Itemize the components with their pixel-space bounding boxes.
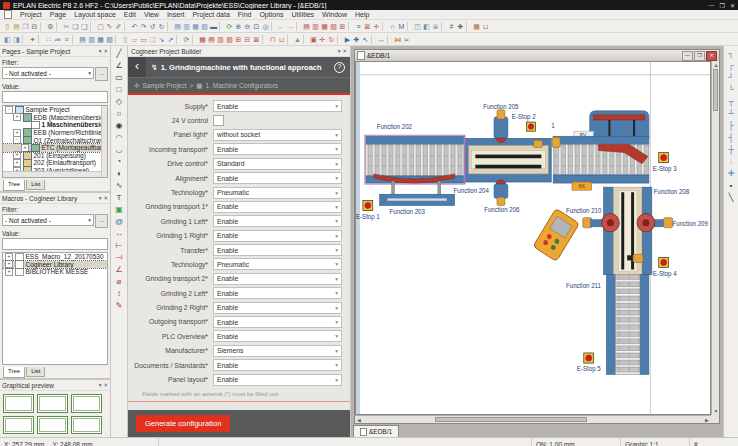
align-objects-icon[interactable]: ≡ bbox=[354, 21, 363, 32]
lasso-select-icon[interactable]: ↖ bbox=[361, 34, 370, 45]
revision-control-icon[interactable]: ⊠ bbox=[252, 34, 261, 45]
cogineer-icon[interactable]: ✦ bbox=[28, 34, 37, 45]
child-close-button[interactable]: ✕ bbox=[706, 51, 717, 61]
logic-mode-icon[interactable]: ∩ bbox=[388, 21, 397, 32]
menu-project[interactable]: Project bbox=[20, 11, 42, 18]
preview-thumb-3[interactable] bbox=[71, 394, 102, 413]
scroll-right-icon[interactable]: ▶ bbox=[703, 416, 711, 424]
pages-tab-list[interactable]: List bbox=[26, 180, 45, 190]
toolbar-icon[interactable] bbox=[192, 35, 197, 44]
undo-icon[interactable]: ↶ bbox=[130, 21, 139, 32]
cable-diagram-icon[interactable]: ▥ bbox=[216, 34, 225, 45]
snap-to-grid-icon[interactable]: ⊞ bbox=[338, 21, 347, 32]
panel-close-icon[interactable]: ✕ bbox=[103, 195, 108, 201]
project-management-icon[interactable]: ❐ bbox=[21, 21, 30, 32]
drawing-function-203-alignment[interactable]: Function 203 bbox=[374, 174, 455, 215]
config-select[interactable]: Enable ▾ bbox=[213, 273, 342, 285]
drawing-function-208-machine[interactable]: PV KK Function 208 bbox=[552, 111, 689, 195]
junction-dot-icon[interactable]: • bbox=[725, 180, 737, 192]
polyline-icon[interactable]: ∠ bbox=[113, 60, 125, 72]
back-button[interactable]: ‹ bbox=[128, 57, 146, 77]
print-icon[interactable]: ⊟ bbox=[30, 21, 39, 32]
toolbar-icon[interactable] bbox=[38, 35, 43, 44]
symbol-macro-icon[interactable]: ▦ bbox=[191, 21, 200, 32]
config-select[interactable]: Enable ▾ bbox=[213, 359, 342, 371]
filter-browse-button[interactable]: ... bbox=[95, 67, 108, 81]
config-select[interactable]: Pneumatic ▾ bbox=[213, 187, 342, 199]
menu-utilities[interactable]: Utilities bbox=[292, 11, 315, 18]
panel-close-icon[interactable]: ✕ bbox=[103, 382, 108, 388]
window-list-icon[interactable]: ◫ bbox=[413, 21, 422, 32]
menu-project-data[interactable]: Project data bbox=[192, 11, 229, 18]
drawing-function-206-grinding-head-bottom[interactable]: Function 206 bbox=[484, 180, 520, 213]
angle-se-icon[interactable]: ┘ bbox=[725, 72, 737, 84]
panel-close-icon[interactable]: ✕ bbox=[103, 48, 108, 54]
panel-menu-icon[interactable]: ▾ bbox=[99, 382, 102, 388]
generate-configuration-button[interactable]: Generate configuration bbox=[136, 415, 230, 432]
config-select[interactable]: Siemens ▾ bbox=[213, 345, 342, 357]
tree-expander-icon[interactable]: + bbox=[13, 113, 21, 121]
drawing-function-205-grinding-head-top[interactable]: Function 205 bbox=[483, 103, 519, 143]
preview-thumb-5[interactable] bbox=[37, 416, 68, 435]
cut-icon[interactable]: ✂ bbox=[62, 21, 71, 32]
fullscreen-icon[interactable]: ▬ bbox=[209, 21, 218, 32]
diameter-dimension-icon[interactable]: ⌀ bbox=[113, 276, 125, 288]
group-objects-icon[interactable]: ▣ bbox=[309, 34, 318, 45]
panel-menu-icon[interactable]: ▾ bbox=[99, 195, 102, 201]
image-icon[interactable]: ▣ bbox=[113, 204, 125, 216]
config-select[interactable]: Enable ▾ bbox=[213, 230, 342, 242]
tree-expander-icon[interactable]: + bbox=[5, 268, 13, 276]
settings-wrench-icon[interactable]: ⚙ bbox=[46, 21, 55, 32]
move-objects-icon[interactable]: ✛ bbox=[318, 34, 327, 45]
spline-icon[interactable]: ∿ bbox=[113, 180, 125, 192]
circle-icon[interactable]: ○ bbox=[113, 108, 125, 120]
toolbar-icon[interactable] bbox=[348, 22, 353, 31]
zoom-in-icon[interactable]: ⊕ bbox=[234, 21, 243, 32]
drawing-hand-pendant[interactable] bbox=[533, 208, 579, 261]
cross-node-icon[interactable]: ┼ bbox=[725, 144, 737, 156]
undo-history-icon[interactable]: ↺ bbox=[148, 21, 157, 32]
angle-ne-icon[interactable]: ┐ bbox=[725, 48, 737, 60]
device-navigator-icon[interactable]: ∷ bbox=[44, 34, 53, 45]
scroll-up-icon[interactable]: ▲ bbox=[712, 61, 720, 69]
macros-value-input[interactable] bbox=[2, 238, 108, 250]
toolbar-icon[interactable] bbox=[296, 22, 301, 31]
panel-layout-icon[interactable]: ⊟ bbox=[243, 34, 252, 45]
object-snap-icon[interactable]: ⊠ bbox=[363, 21, 372, 32]
schematic-canvas[interactable]: Function 202 Function 203 bbox=[355, 61, 711, 415]
child-minimize-button[interactable]: — bbox=[682, 51, 693, 61]
macros-filter-select[interactable]: - Not activated - ▾ bbox=[2, 214, 94, 226]
insert-plug-icon[interactable]: ▦ bbox=[96, 34, 105, 45]
open-page-icon[interactable]: ▱ bbox=[130, 34, 139, 45]
preview-thumb-2[interactable] bbox=[37, 394, 68, 413]
redo-icon[interactable]: ↷ bbox=[139, 21, 148, 32]
toolbar-icon[interactable] bbox=[40, 22, 45, 31]
export-pages-icon[interactable]: ↗ bbox=[166, 34, 175, 45]
dt-adoption-icon[interactable]: M bbox=[397, 21, 406, 32]
drawing-e-stop-5[interactable]: E-Stop 5 bbox=[577, 353, 601, 372]
macro-item-bibliothek-messe[interactable]: + BIBLIOTHEK MESSE bbox=[3, 268, 107, 276]
insert-cable-icon[interactable]: ▧ bbox=[105, 34, 114, 45]
menu-view[interactable]: View bbox=[144, 11, 159, 18]
copy-icon[interactable]: ❏ bbox=[71, 21, 80, 32]
redo-history-icon[interactable]: ↻ bbox=[157, 21, 166, 32]
tree-item-edb[interactable]: + EDB (Maschinenübersicht) bbox=[3, 114, 107, 122]
menu-window[interactable]: Window bbox=[322, 11, 347, 18]
refresh-view-icon[interactable]: ⟳ bbox=[225, 21, 234, 32]
autoconnect-icon[interactable]: ≍ bbox=[402, 34, 411, 45]
rectangle-icon[interactable]: ▭ bbox=[113, 72, 125, 84]
toolbar-icon[interactable] bbox=[337, 35, 342, 44]
datum-dimension-icon[interactable]: ⊣ bbox=[113, 252, 125, 264]
zoom-out-icon[interactable]: ⊖ bbox=[243, 21, 252, 32]
config-checkbox[interactable] bbox=[213, 115, 224, 126]
rotate-objects-icon[interactable]: ↻ bbox=[327, 34, 336, 45]
config-select[interactable]: Enable ▾ bbox=[213, 374, 342, 386]
terminal-diagram-icon[interactable]: ▤ bbox=[207, 34, 216, 45]
t-node-right-icon[interactable]: ├ bbox=[725, 120, 737, 132]
square-icon[interactable]: □ bbox=[113, 84, 125, 96]
crosshair-mode-icon[interactable]: ✚ bbox=[352, 34, 361, 45]
menu-page[interactable]: Page bbox=[50, 11, 66, 18]
parts-database-icon[interactable]: ▦ bbox=[472, 21, 481, 32]
graphic-grid-a-icon[interactable]: ▤ bbox=[302, 21, 311, 32]
edit-cable-icon[interactable]: ⊔ bbox=[277, 34, 286, 45]
